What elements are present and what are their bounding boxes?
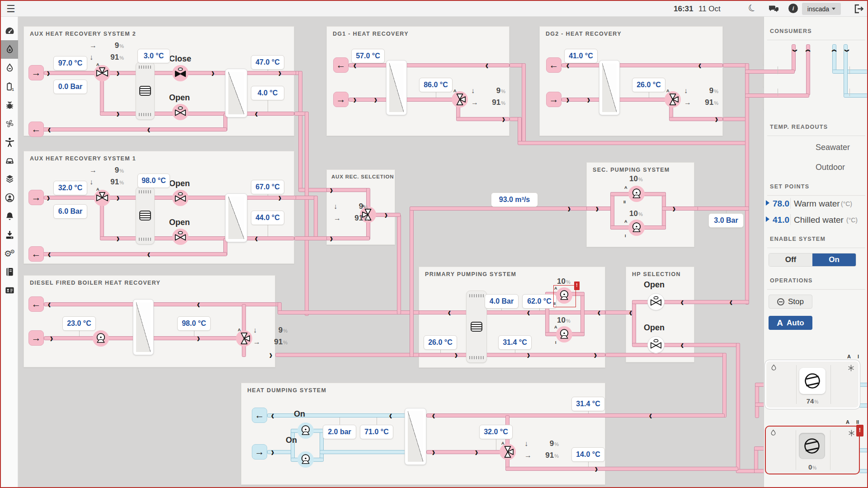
sidebar-item-contacts[interactable]	[1, 281, 18, 300]
water-drop-plus-icon	[5, 44, 15, 55]
sidebar-item-storage[interactable]	[1, 170, 18, 188]
valve-forward-percent: 91	[492, 99, 505, 106]
pressure-readout: 0.0 Bar	[53, 80, 87, 94]
stop-label: Stop	[788, 297, 804, 306]
panel-title: DG2 - HEAT RECOVERY	[546, 31, 622, 37]
enable-system-toggle: Off On	[769, 253, 856, 267]
valve-forward-percent: 9	[115, 166, 124, 174]
down-arrow-icon	[90, 54, 93, 61]
setpoint-label: Warm water	[794, 199, 840, 209]
sidebar-item-diagnostics[interactable]	[1, 96, 18, 114]
hp-unit-percent: 74	[766, 397, 859, 405]
shutoff-valve-open[interactable]	[172, 229, 189, 245]
setpoint-value[interactable]: 78.0	[773, 199, 789, 209]
sidebar-item-ventilation[interactable]	[1, 114, 18, 133]
buffer-tank	[136, 62, 155, 120]
pump-percent: 10	[557, 316, 571, 324]
seawater-pump[interactable]	[297, 451, 314, 468]
shutoff-valve-open[interactable]	[172, 190, 189, 206]
three-way-valve[interactable]	[665, 91, 681, 108]
hamburger-menu-icon[interactable]: ☰	[6, 3, 15, 15]
seawater-pump[interactable]	[297, 422, 314, 439]
pipe	[722, 353, 726, 418]
setpoint-expand-icon[interactable]	[766, 200, 769, 206]
pipe-seawater	[859, 448, 868, 452]
heating-flame-icon	[770, 364, 778, 374]
fan-icon	[5, 118, 15, 129]
pipe	[410, 206, 590, 211]
sidebar-item-cooling[interactable]	[1, 59, 18, 77]
info-icon[interactable]: i	[788, 4, 798, 13]
gears-icon: ⚙⚙	[4, 249, 15, 258]
pipe	[662, 192, 666, 230]
sidebar-item-settings[interactable]: ⚙⚙	[1, 244, 18, 263]
pipe	[656, 300, 749, 304]
circle-minus-icon	[777, 298, 784, 305]
pump[interactable]	[628, 186, 645, 202]
toggle-off-button[interactable]: Off	[769, 253, 812, 266]
shutoff-valve-open[interactable]	[647, 293, 665, 310]
valve-state-label: Open	[169, 179, 190, 188]
setpoint-label: Chilled water	[794, 215, 844, 225]
sidebar-item-heating[interactable]	[1, 40, 18, 59]
setpoint-unit: (°C)	[841, 200, 852, 207]
hp-unit-percent: 0	[766, 463, 859, 471]
pipe	[426, 413, 725, 418]
sidebar-item-battery[interactable]: 1	[1, 77, 18, 96]
flow-source-icon	[28, 330, 44, 346]
sidebar-item-export[interactable]	[1, 225, 18, 244]
sidebar-item-accessibility[interactable]	[1, 133, 18, 151]
dark-mode-moon-icon[interactable]: ☾	[746, 1, 759, 15]
pressure-readout: 6.0 Bar	[53, 204, 87, 219]
three-way-valve[interactable]	[94, 65, 110, 81]
valve-down-percent: 91	[110, 53, 124, 61]
toggle-on-button[interactable]: On	[812, 253, 856, 266]
compressor-icon	[799, 433, 825, 459]
valve-tag: A	[96, 188, 99, 192]
three-way-valve[interactable]	[94, 190, 110, 206]
valve-state-label: Close	[169, 54, 191, 64]
pipe-seawater	[320, 450, 406, 454]
flow-source-icon	[28, 190, 44, 205]
panel-title: SEC. PUMPING SYSTEM	[593, 167, 670, 173]
logout-icon[interactable]	[854, 4, 863, 15]
clock-time: 16:31	[674, 5, 693, 14]
setpoint-expand-icon[interactable]	[766, 216, 769, 222]
pump-percent: 10	[629, 210, 643, 217]
flow-rate-readout: 93.0 m³/s	[491, 192, 538, 207]
auto-button[interactable]: A Auto	[769, 316, 812, 330]
pipe	[275, 353, 420, 357]
sidebar-item-logs[interactable]	[1, 263, 18, 281]
pump[interactable]	[628, 220, 645, 236]
heat-exchanger	[386, 60, 407, 115]
pump[interactable]	[556, 326, 572, 343]
pump[interactable]	[93, 330, 109, 347]
shutoff-valve-closed[interactable]	[172, 65, 189, 81]
shutoff-valve-open[interactable]	[647, 336, 665, 353]
sidebar-item-vehicle[interactable]	[1, 151, 18, 170]
flow-source-icon	[333, 92, 349, 107]
three-way-valve[interactable]	[500, 444, 516, 460]
three-way-valve[interactable]	[236, 330, 252, 347]
sidebar-item-users[interactable]	[1, 188, 18, 207]
pipe-seawater	[859, 383, 868, 387]
pipe	[100, 112, 294, 116]
down-arrow-icon	[334, 203, 337, 210]
chevron-down-icon	[832, 8, 835, 10]
chat-icon[interactable]	[768, 5, 779, 15]
hp-unit-card-1[interactable]: 74	[765, 360, 860, 409]
user-menu-button[interactable]: inscada	[802, 3, 841, 15]
pressure-readout: 3.0 Bar	[708, 213, 744, 228]
sidebar-item-alarms[interactable]	[1, 207, 18, 225]
pipe	[662, 206, 698, 211]
temp-readout: 4.0 °C	[251, 86, 284, 100]
valve-forward-percent: 91	[354, 214, 368, 222]
sidebar-item-dashboard[interactable]	[1, 22, 18, 40]
setpoint-value[interactable]: 41.0	[773, 215, 789, 225]
shutoff-valve-open[interactable]	[172, 104, 189, 120]
stop-button[interactable]: Stop	[769, 295, 812, 309]
three-way-valve[interactable]	[452, 91, 468, 108]
pipe	[610, 192, 614, 230]
hp-unit-card-2-alarmed[interactable]: ! 0	[765, 426, 860, 474]
readout-label: Seawater	[816, 143, 850, 152]
